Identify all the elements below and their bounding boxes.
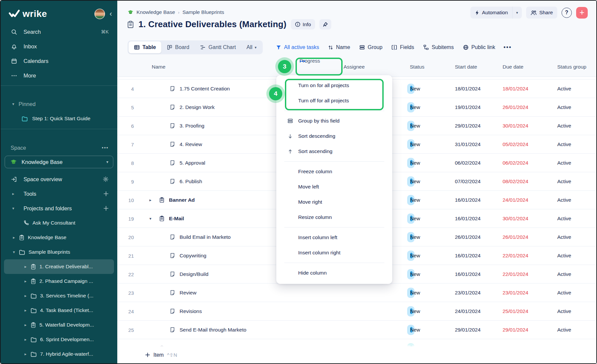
due-date[interactable]: 26/01/2024 [503, 104, 528, 110]
start-date[interactable]: 29/01/2024 [455, 327, 481, 333]
tree-item-5[interactable]: ▸2. Phased Campaign ... [4, 274, 114, 288]
chevron-right-icon[interactable]: ▸ [23, 264, 28, 269]
share-button[interactable]: Share [526, 7, 557, 19]
due-date[interactable]: 23/01/2024 [503, 290, 528, 296]
task-name[interactable]: Review [180, 290, 196, 296]
tree-item-2[interactable]: ▸Knowledge Base [4, 230, 114, 245]
tree-item-3[interactable]: ▾Sample Blueprints [4, 245, 114, 259]
chevron-right-icon[interactable]: ▸ [23, 352, 28, 356]
menu-item-turn-off-for-all-projects[interactable]: Turn off for all projects [276, 93, 392, 108]
menu-item-insert-column-left[interactable]: Insert column left [276, 230, 392, 245]
view-scope-dropdown[interactable]: All▾ [241, 44, 262, 50]
pinned-item[interactable]: Step 1: Quick Start Guide [1, 111, 117, 126]
column-header-due-date[interactable]: Due date [503, 64, 523, 70]
due-date[interactable]: 22/01/2024 [503, 253, 528, 259]
menu-item-freeze-column[interactable]: Freeze column [276, 164, 392, 179]
space-switcher[interactable]: Knowledge Base ▾ [5, 156, 113, 168]
task-name[interactable]: 5. Approval [180, 160, 205, 166]
sidebar-item-tools[interactable]: ▸Tools [1, 186, 117, 201]
due-date[interactable]: 08/02/2024 [503, 179, 528, 184]
due-date[interactable]: 30/01/2024 [503, 216, 528, 222]
chevron-right-icon[interactable]: ▸ [23, 279, 28, 284]
toolbar-more-button[interactable]: ••• [504, 44, 512, 51]
public-link-button[interactable]: Public link [463, 44, 495, 50]
tab-gantt-chart[interactable]: Gantt Chart [194, 41, 241, 53]
menu-item-turn-on-for-all-projects[interactable]: Turn on for all projects› [276, 78, 392, 93]
info-button[interactable]: Info [291, 19, 315, 29]
sidebar-item-calendars[interactable]: Calendars [1, 54, 117, 68]
chevron-right-icon[interactable]: ▸ [11, 191, 16, 196]
start-date[interactable]: 19/01/2024 [455, 104, 481, 110]
table-row-23[interactable]: 23ReviewNew23/01/202423/01/2024Active [117, 284, 596, 302]
gear-icon[interactable] [103, 176, 109, 182]
menu-item-hide-column[interactable]: Hide column [276, 265, 392, 281]
start-date[interactable]: 07/02/2024 [455, 179, 481, 184]
tree-item-6[interactable]: ▸3. Services Timeline (... [4, 288, 114, 303]
automation-dropdown-chevron[interactable]: ▾ [513, 11, 522, 15]
sidebar-item-inbox[interactable]: Inbox [1, 39, 117, 54]
fields-button[interactable]: Fields [391, 44, 414, 50]
start-date[interactable]: 23/01/2024 [455, 290, 481, 296]
wrike-logo[interactable]: wrike [9, 9, 47, 19]
start-date[interactable]: 16/01/2024 [455, 216, 481, 222]
start-date[interactable]: 24/01/2024 [455, 308, 481, 314]
group-button[interactable]: Group [359, 44, 382, 50]
start-date[interactable]: 16/01/2024 [455, 253, 481, 259]
sort-button[interactable]: Name [328, 44, 350, 50]
menu-item-group-by-this-field[interactable]: Group by this field [276, 113, 392, 129]
due-date[interactable]: 22/01/2024 [503, 271, 528, 277]
task-name[interactable]: Design/Build [180, 271, 208, 277]
plus-icon[interactable] [103, 206, 109, 211]
start-date[interactable]: 29/01/2024 [455, 123, 481, 129]
task-name[interactable]: Banner Ad [169, 197, 195, 203]
tab-board[interactable]: Board [161, 41, 195, 53]
table-row-25[interactable]: 25Send E-Mail through MarketoNew29/01/20… [117, 321, 596, 339]
task-name[interactable]: 4. Review [180, 141, 202, 147]
avatar[interactable] [94, 9, 105, 19]
automation-button[interactable]: Automation ▾ [470, 7, 522, 19]
menu-item-resize-column[interactable]: Resize column [276, 210, 392, 225]
due-date[interactable]: 06/02/2024 [503, 160, 528, 166]
task-name[interactable]: 2. Design Work [180, 104, 215, 110]
task-name[interactable]: 3. Proofing [180, 123, 204, 129]
start-date[interactable]: 18/01/2024 [455, 86, 481, 92]
column-header-status-group[interactable]: Status group [557, 64, 586, 70]
sidebar-item-projects-and-folders[interactable]: ▾Projects and folders [1, 201, 117, 216]
tree-item-9[interactable]: ▸6. Sprint Developmen... [4, 332, 114, 347]
table-row-24[interactable]: 24RevisionsNew24/01/202425/01/2024Active [117, 302, 596, 321]
start-date[interactable]: 31/01/2024 [455, 141, 481, 147]
column-header-start-date[interactable]: Start date [455, 64, 477, 70]
tree-item-1[interactable]: Ask My Consultant [4, 216, 114, 230]
due-date[interactable]: 26/01/2024 [503, 234, 528, 240]
add-item-button[interactable]: Item ^⇧N [145, 352, 177, 358]
sidebar-item-space-overview[interactable]: Space overview [1, 172, 117, 186]
column-header-status[interactable]: Status [410, 64, 424, 70]
subitems-button[interactable]: Subitems [423, 44, 454, 50]
column-header-name[interactable]: Name [152, 64, 165, 70]
start-date[interactable]: 26/01/2024 [455, 234, 481, 240]
menu-item-move-right[interactable]: Move right [276, 194, 392, 210]
start-date[interactable]: 06/02/2024 [455, 160, 481, 166]
task-name[interactable]: Revisions [180, 308, 202, 314]
sidebar-collapse-icon[interactable]: ‹ [110, 10, 112, 18]
task-name[interactable]: 1.75 Content Creation [180, 86, 230, 92]
due-date[interactable]: 29/01/2024 [503, 327, 528, 333]
chevron-right-icon[interactable]: ▸ [12, 235, 16, 240]
breadcrumb-knowledge-base[interactable]: Knowledge Base [136, 9, 175, 15]
tree-item-4[interactable]: ▸1. Creative Deliverabl... [4, 259, 114, 274]
space-more-icon[interactable]: ••• [102, 145, 109, 150]
chevron-right-icon[interactable]: ▸ [23, 323, 28, 327]
plus-icon[interactable] [103, 191, 109, 196]
create-button[interactable]: + [576, 7, 588, 19]
tree-item-10[interactable]: ▸7. Hybrid Agile-waterf... [4, 347, 114, 361]
task-name[interactable]: Send E-Mail through Marketo [180, 327, 246, 333]
task-name[interactable]: Copywriting [180, 253, 206, 259]
due-date[interactable]: 24/01/2024 [503, 197, 528, 203]
chevron-right-icon[interactable]: ▸ [23, 337, 28, 342]
chevron-right-icon[interactable]: ▸ [23, 308, 28, 313]
breadcrumb-sample-blueprints[interactable]: Sample Blueprints [183, 9, 224, 15]
progress-menu-dots[interactable]: ••• [299, 58, 306, 64]
sidebar-item-more[interactable]: More [1, 68, 117, 83]
due-date[interactable]: 25/01/2024 [503, 308, 528, 314]
task-name[interactable]: Build Email in Marketo [180, 234, 231, 240]
